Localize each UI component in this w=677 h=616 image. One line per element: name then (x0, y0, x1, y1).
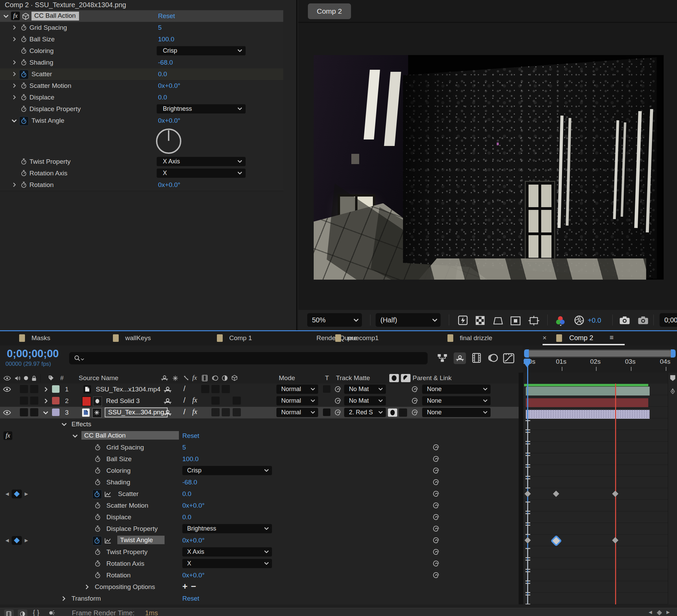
duplicate-frames-icon[interactable] (4, 610, 14, 616)
twist-angle-label-selected[interactable]: Twist Angle (117, 536, 165, 544)
tab-wallkeys[interactable]: wallKeys (113, 331, 181, 345)
timeline-splitter[interactable] (519, 373, 523, 616)
fx-enable-badge[interactable]: fx (11, 12, 20, 20)
switch-box[interactable] (211, 385, 220, 393)
label-color-chip[interactable] (52, 397, 60, 404)
shy-toggle-on[interactable] (454, 352, 466, 364)
pen-tool-icon[interactable] (670, 388, 676, 394)
composition-canvas[interactable] (314, 55, 664, 280)
scatter-motion-value[interactable]: 0x+0.0° (158, 82, 180, 90)
switch-box[interactable] (211, 397, 220, 405)
work-area-start-handle[interactable] (524, 349, 529, 358)
stopwatch-keyframed-icon[interactable] (19, 70, 29, 79)
layer-row-2[interactable]: 2 Red Solid 3 / fx Normal No Mat None (0, 395, 519, 407)
effect-name[interactable]: CC Ball Action (31, 12, 79, 21)
tl-row-twist-property[interactable]: Twist Property X Axis (0, 546, 519, 558)
stopwatch-icon[interactable] (94, 456, 101, 462)
tl-row-rotation[interactable]: Rotation 0x+0.0° (0, 570, 519, 581)
parent-pickwhip-icon[interactable] (411, 409, 418, 416)
stopwatch-icon[interactable] (94, 479, 101, 485)
fx-toggle[interactable]: fx (192, 408, 197, 416)
layer-source-name[interactable]: SSU_Tex...x1304.mp4 (96, 386, 160, 393)
twist-property-dropdown[interactable]: X Axis (182, 547, 272, 557)
comp-view-button[interactable]: Comp 2 (308, 3, 351, 19)
transparency-grid-icon[interactable] (476, 316, 485, 325)
expand-chevron-icon[interactable] (13, 183, 16, 187)
collapse-chevron-icon[interactable] (73, 434, 78, 438)
ec-row-coloring[interactable]: Coloring Crisp (0, 45, 283, 57)
search-field[interactable] (69, 352, 428, 364)
coloring-dropdown[interactable]: Crisp (182, 466, 272, 475)
shading-value[interactable]: -68.0 (158, 59, 173, 66)
next-keyframe-arrow[interactable]: ▶ (25, 491, 28, 497)
switch-box[interactable] (201, 385, 209, 393)
matte-pickwhip-icon[interactable] (334, 386, 341, 393)
stopwatch-keyframed-icon[interactable] (19, 116, 29, 126)
resolution-dropdown[interactable]: (Half) (376, 313, 441, 327)
label-color-chip[interactable] (52, 385, 60, 393)
stopwatch-icon[interactable] (94, 572, 101, 578)
close-tab-icon[interactable]: × (543, 334, 547, 342)
tab-final-drizzle[interactable]: final drizzle (460, 331, 535, 345)
quality-toggle[interactable]: / (183, 396, 185, 405)
prev-keyframe-arrow[interactable]: ◀ (5, 538, 9, 543)
stopwatch-icon[interactable] (21, 59, 27, 66)
switch-box[interactable] (211, 408, 220, 416)
eye-icon[interactable] (3, 387, 11, 392)
fx-toggle[interactable]: fx (192, 396, 197, 404)
stopwatch-icon[interactable] (94, 549, 101, 555)
label-color-chip[interactable] (52, 409, 60, 416)
audio-toggle[interactable] (20, 408, 28, 416)
ball-size-value[interactable]: 100.0 (182, 455, 199, 463)
alpha-matte-active-icon[interactable] (388, 409, 397, 417)
parent-pickwhip-icon[interactable] (411, 386, 418, 393)
pickwhip-icon[interactable] (432, 467, 440, 474)
tl-row-shading[interactable]: Shading -68.0 (0, 477, 519, 488)
effect-header-row[interactable]: fx CC Ball Action Reset (0, 10, 283, 22)
grid-spacing-value[interactable]: 5 (182, 444, 186, 451)
preserve-transparency-toggle[interactable] (323, 385, 330, 393)
layer-row-3-selected[interactable]: 3 SSU_Tex...304.png / fx Normal 2. Red S (0, 407, 519, 419)
switch-box[interactable] (222, 408, 230, 416)
bottom-prev-keyframe-arrow[interactable]: ◀ (649, 610, 652, 615)
displace-value[interactable]: 0.0 (182, 513, 191, 521)
stopwatch-icon[interactable] (21, 106, 27, 112)
add-compositing-option-button[interactable]: + (182, 581, 187, 592)
expand-chevron-icon[interactable] (13, 37, 16, 41)
collapse-transform-icon[interactable] (92, 408, 102, 418)
graph-editor-icon[interactable] (503, 353, 515, 363)
blend-mode-dropdown[interactable]: Normal (276, 385, 318, 394)
ec-row-rotation[interactable]: Rotation 0x+0.0° (0, 179, 283, 191)
tl-row-scatter-motion[interactable]: Scatter Motion 0x+0.0° (0, 500, 519, 512)
pickwhip-icon[interactable] (432, 548, 440, 555)
shy-toggle-icon[interactable] (164, 398, 172, 404)
next-keyframe-arrow[interactable]: ▶ (25, 538, 28, 543)
effect-collapse-chevron-icon[interactable] (3, 15, 9, 18)
alpha-matte-toggle-icon[interactable] (389, 374, 399, 382)
layer-row-1[interactable]: 1 SSU_Tex...x1304.mp4 / Normal No Mat No… (0, 384, 519, 396)
stopwatch-icon[interactable] (21, 94, 27, 101)
displace-value[interactable]: 0.0 (158, 94, 167, 101)
tl-row-ball-size[interactable]: Ball Size 100.0 (0, 453, 519, 465)
track-matte-column-label[interactable]: Track Matte (336, 374, 370, 382)
channels-rgb-icon[interactable] (555, 315, 566, 326)
expand-chevron-icon[interactable] (13, 25, 16, 30)
stopwatch-icon[interactable] (21, 158, 27, 165)
twist-angle-value[interactable]: 0x+0.0° (158, 117, 180, 124)
quality-toggle[interactable]: / (183, 407, 185, 416)
parent-dropdown[interactable]: None (422, 408, 491, 417)
matte-pickwhip-icon[interactable] (334, 409, 341, 416)
stopwatch-icon[interactable] (94, 525, 101, 532)
transform-reset-link[interactable]: Reset (182, 595, 199, 602)
shading-value[interactable]: -68.0 (182, 479, 197, 486)
displace-property-dropdown[interactable]: Brightness (182, 524, 272, 533)
bottom-next-keyframe-arrow[interactable]: ▶ (666, 610, 670, 615)
pickwhip-icon[interactable] (432, 525, 440, 532)
source-name-column-label[interactable]: Source Name (79, 374, 118, 382)
rotation-value[interactable]: 0x+0.0° (158, 181, 180, 189)
collapse-chevron-icon[interactable] (12, 119, 17, 123)
expand-chevron-icon[interactable] (86, 585, 89, 589)
current-timecode[interactable]: 0;00;00;00 (7, 348, 59, 360)
pickwhip-icon[interactable] (432, 572, 440, 579)
prev-keyframe-arrow[interactable]: ◀ (5, 491, 9, 497)
